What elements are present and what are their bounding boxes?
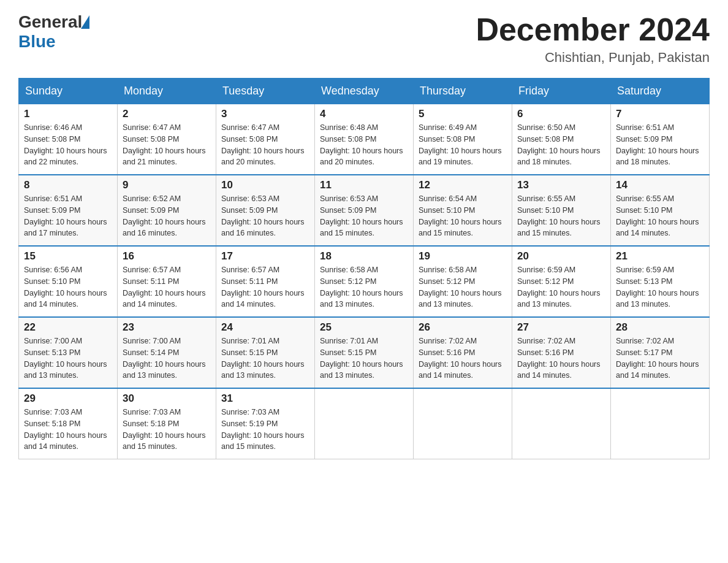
day-info: Sunrise: 7:03 AMSunset: 5:19 PMDaylight:… xyxy=(221,407,309,453)
calendar-day-cell: 8Sunrise: 6:51 AMSunset: 5:09 PMDaylight… xyxy=(19,175,118,246)
calendar-day-cell: 10Sunrise: 6:53 AMSunset: 5:09 PMDayligh… xyxy=(216,175,315,246)
calendar-subtitle: Chishtian, Punjab, Pakistan xyxy=(476,50,710,66)
calendar-day-cell xyxy=(315,388,414,459)
weekday-header-wednesday: Wednesday xyxy=(315,79,414,104)
day-info: Sunrise: 6:47 AMSunset: 5:08 PMDaylight:… xyxy=(221,122,309,168)
day-info: Sunrise: 6:53 AMSunset: 5:09 PMDaylight:… xyxy=(221,193,309,239)
calendar-week-row: 29Sunrise: 7:03 AMSunset: 5:18 PMDayligh… xyxy=(19,388,710,459)
day-number: 13 xyxy=(517,179,605,191)
calendar-week-row: 22Sunrise: 7:00 AMSunset: 5:13 PMDayligh… xyxy=(19,317,710,388)
day-number: 17 xyxy=(221,250,309,262)
day-info: Sunrise: 6:46 AMSunset: 5:08 PMDaylight:… xyxy=(24,122,112,168)
calendar-week-row: 15Sunrise: 6:56 AMSunset: 5:10 PMDayligh… xyxy=(19,246,710,317)
calendar-day-cell: 20Sunrise: 6:59 AMSunset: 5:12 PMDayligh… xyxy=(512,246,611,317)
day-number: 20 xyxy=(517,250,605,262)
day-number: 27 xyxy=(517,321,605,334)
calendar-day-cell: 6Sunrise: 6:50 AMSunset: 5:08 PMDaylight… xyxy=(512,104,611,175)
day-number: 15 xyxy=(24,250,112,262)
day-number: 24 xyxy=(221,321,309,334)
calendar-day-cell: 30Sunrise: 7:03 AMSunset: 5:18 PMDayligh… xyxy=(118,388,216,459)
day-info: Sunrise: 7:01 AMSunset: 5:15 PMDaylight:… xyxy=(320,335,408,381)
day-number: 5 xyxy=(419,108,507,120)
weekday-header-monday: Monday xyxy=(118,79,216,104)
day-info: Sunrise: 6:59 AMSunset: 5:13 PMDaylight:… xyxy=(616,264,704,310)
day-info: Sunrise: 7:03 AMSunset: 5:18 PMDaylight:… xyxy=(123,407,211,453)
calendar-day-cell: 22Sunrise: 7:00 AMSunset: 5:13 PMDayligh… xyxy=(19,317,118,388)
day-info: Sunrise: 7:03 AMSunset: 5:18 PMDaylight:… xyxy=(24,407,112,453)
calendar-day-cell: 29Sunrise: 7:03 AMSunset: 5:18 PMDayligh… xyxy=(19,388,118,459)
weekday-header-thursday: Thursday xyxy=(414,79,512,104)
day-info: Sunrise: 6:56 AMSunset: 5:10 PMDaylight:… xyxy=(24,264,112,310)
day-number: 28 xyxy=(616,321,704,334)
day-number: 4 xyxy=(320,108,408,120)
calendar-day-cell: 16Sunrise: 6:57 AMSunset: 5:11 PMDayligh… xyxy=(118,246,216,317)
page-header: General Blue December 2024 Chishtian, Pu… xyxy=(18,12,710,66)
day-number: 1 xyxy=(24,108,112,120)
day-info: Sunrise: 7:02 AMSunset: 5:16 PMDaylight:… xyxy=(419,335,507,381)
day-number: 21 xyxy=(616,250,704,262)
day-number: 29 xyxy=(24,393,112,405)
logo-general-text: General xyxy=(18,12,82,32)
day-number: 8 xyxy=(24,179,112,191)
day-number: 12 xyxy=(419,179,507,191)
calendar-day-cell: 28Sunrise: 7:02 AMSunset: 5:17 PMDayligh… xyxy=(611,317,710,388)
calendar-day-cell xyxy=(414,388,512,459)
day-info: Sunrise: 6:54 AMSunset: 5:10 PMDaylight:… xyxy=(419,193,507,239)
calendar-day-cell: 12Sunrise: 6:54 AMSunset: 5:10 PMDayligh… xyxy=(414,175,512,246)
calendar-day-cell: 2Sunrise: 6:47 AMSunset: 5:08 PMDaylight… xyxy=(118,104,216,175)
calendar-day-cell: 18Sunrise: 6:58 AMSunset: 5:12 PMDayligh… xyxy=(315,246,414,317)
day-number: 18 xyxy=(320,250,408,262)
calendar-week-row: 1Sunrise: 6:46 AMSunset: 5:08 PMDaylight… xyxy=(19,104,710,175)
calendar-day-cell: 9Sunrise: 6:52 AMSunset: 5:09 PMDaylight… xyxy=(118,175,216,246)
day-number: 19 xyxy=(419,250,507,262)
calendar-day-cell: 31Sunrise: 7:03 AMSunset: 5:19 PMDayligh… xyxy=(216,388,315,459)
calendar-day-cell: 4Sunrise: 6:48 AMSunset: 5:08 PMDaylight… xyxy=(315,104,414,175)
calendar-title: December 2024 xyxy=(476,12,710,47)
calendar-day-cell: 17Sunrise: 6:57 AMSunset: 5:11 PMDayligh… xyxy=(216,246,315,317)
calendar-day-cell: 25Sunrise: 7:01 AMSunset: 5:15 PMDayligh… xyxy=(315,317,414,388)
day-number: 6 xyxy=(517,108,605,120)
day-info: Sunrise: 7:00 AMSunset: 5:14 PMDaylight:… xyxy=(123,335,211,381)
day-info: Sunrise: 6:48 AMSunset: 5:08 PMDaylight:… xyxy=(320,122,408,168)
calendar-day-cell: 13Sunrise: 6:55 AMSunset: 5:10 PMDayligh… xyxy=(512,175,611,246)
day-number: 3 xyxy=(221,108,309,120)
day-info: Sunrise: 6:57 AMSunset: 5:11 PMDaylight:… xyxy=(123,264,211,310)
calendar-day-cell: 23Sunrise: 7:00 AMSunset: 5:14 PMDayligh… xyxy=(118,317,216,388)
day-info: Sunrise: 7:00 AMSunset: 5:13 PMDaylight:… xyxy=(24,335,112,381)
weekday-header-sunday: Sunday xyxy=(19,79,118,104)
day-number: 30 xyxy=(123,393,211,405)
day-info: Sunrise: 6:47 AMSunset: 5:08 PMDaylight:… xyxy=(123,122,211,168)
day-number: 16 xyxy=(123,250,211,262)
day-info: Sunrise: 6:55 AMSunset: 5:10 PMDaylight:… xyxy=(616,193,704,239)
day-number: 7 xyxy=(616,108,704,120)
calendar-day-cell: 21Sunrise: 6:59 AMSunset: 5:13 PMDayligh… xyxy=(611,246,710,317)
calendar-day-cell: 24Sunrise: 7:01 AMSunset: 5:15 PMDayligh… xyxy=(216,317,315,388)
calendar-day-cell: 14Sunrise: 6:55 AMSunset: 5:10 PMDayligh… xyxy=(611,175,710,246)
weekday-header-row: SundayMondayTuesdayWednesdayThursdayFrid… xyxy=(19,79,710,104)
weekday-header-tuesday: Tuesday xyxy=(216,79,315,104)
logo-blue-text: Blue xyxy=(18,32,89,52)
day-info: Sunrise: 6:53 AMSunset: 5:09 PMDaylight:… xyxy=(320,193,408,239)
calendar-day-cell: 7Sunrise: 6:51 AMSunset: 5:09 PMDaylight… xyxy=(611,104,710,175)
day-info: Sunrise: 6:57 AMSunset: 5:11 PMDaylight:… xyxy=(221,264,309,310)
calendar-day-cell: 11Sunrise: 6:53 AMSunset: 5:09 PMDayligh… xyxy=(315,175,414,246)
weekday-header-friday: Friday xyxy=(512,79,611,104)
calendar-day-cell: 26Sunrise: 7:02 AMSunset: 5:16 PMDayligh… xyxy=(414,317,512,388)
day-number: 22 xyxy=(24,321,112,334)
day-number: 10 xyxy=(221,179,309,191)
day-info: Sunrise: 6:50 AMSunset: 5:08 PMDaylight:… xyxy=(517,122,605,168)
day-number: 2 xyxy=(123,108,211,120)
day-number: 26 xyxy=(419,321,507,334)
calendar-day-cell xyxy=(611,388,710,459)
day-number: 14 xyxy=(616,179,704,191)
logo: General Blue xyxy=(18,12,89,52)
day-number: 31 xyxy=(221,393,309,405)
calendar-day-cell: 1Sunrise: 6:46 AMSunset: 5:08 PMDaylight… xyxy=(19,104,118,175)
calendar-table: SundayMondayTuesdayWednesdayThursdayFrid… xyxy=(18,78,710,459)
calendar-week-row: 8Sunrise: 6:51 AMSunset: 5:09 PMDaylight… xyxy=(19,175,710,246)
calendar-day-cell: 3Sunrise: 6:47 AMSunset: 5:08 PMDaylight… xyxy=(216,104,315,175)
day-info: Sunrise: 6:55 AMSunset: 5:10 PMDaylight:… xyxy=(517,193,605,239)
calendar-day-cell: 27Sunrise: 7:02 AMSunset: 5:16 PMDayligh… xyxy=(512,317,611,388)
day-info: Sunrise: 6:51 AMSunset: 5:09 PMDaylight:… xyxy=(616,122,704,168)
calendar-day-cell: 5Sunrise: 6:49 AMSunset: 5:08 PMDaylight… xyxy=(414,104,512,175)
